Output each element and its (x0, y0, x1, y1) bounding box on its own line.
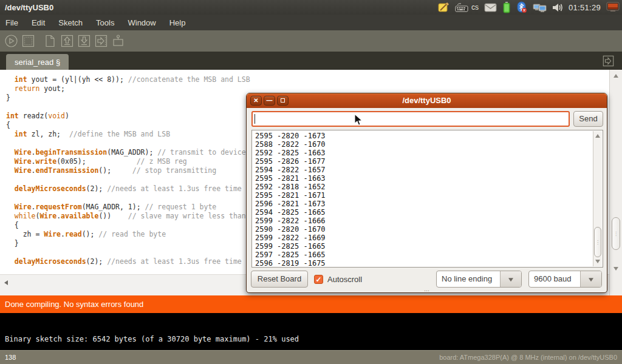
keyboard-layout-indicator[interactable]: cs (471, 3, 479, 12)
reset-board-button[interactable]: Reset Board (251, 271, 308, 288)
serial-input[interactable] (251, 111, 570, 127)
send-button[interactable]: Send (573, 111, 603, 127)
autoscroll-checkbox[interactable]: ✓ (314, 275, 323, 284)
keyboard-icon[interactable] (455, 2, 468, 12)
serial-output-lines: 2595 -2820 -1673 2588 -2822 -1670 2592 -… (252, 130, 603, 269)
serial-monitor-title: /dev/ttyUSB0 (247, 96, 607, 105)
status-message: Done compiling. No syntax errors found (5, 300, 143, 309)
save-icon[interactable] (77, 34, 91, 49)
tab-menu-icon[interactable] (602, 55, 615, 67)
editor-vertical-scrollbar[interactable]: ⋮ (609, 70, 622, 295)
serial-scrollbar-thumb[interactable]: ⋮ (594, 227, 601, 257)
scroll-down-icon[interactable] (613, 267, 618, 271)
bluetooth-icon[interactable] (516, 1, 527, 13)
serial-output-area[interactable]: 2595 -2820 -1673 2588 -2822 -1670 2592 -… (251, 130, 603, 268)
verify-icon[interactable] (4, 34, 18, 49)
ide-footer: 138 board: ATmega328P(A) @ 8 MHz (intern… (0, 350, 622, 364)
scroll-up-icon[interactable] (613, 74, 618, 78)
console-output: Binary sketch size: 6542 bytes (of a 307… (5, 335, 299, 343)
stop-icon[interactable] (21, 34, 35, 49)
menu-file[interactable]: File (5, 18, 18, 27)
top-panel: /dev/ttyUSB0 cs 01:51: (0, 0, 622, 15)
mouse-cursor (354, 113, 363, 129)
line-ending-value: No line ending (437, 271, 500, 287)
note-icon[interactable] (438, 2, 449, 13)
text-caret (255, 114, 255, 124)
volume-icon[interactable] (552, 2, 563, 13)
line-ending-select[interactable]: No line ending (436, 271, 522, 288)
baud-rate-value: 9600 baud (529, 271, 580, 287)
menu-window[interactable]: Window (128, 18, 156, 27)
toolbar (0, 30, 622, 52)
serial-scroll-down-icon[interactable] (595, 260, 600, 263)
serial-monitor-icon[interactable] (111, 34, 125, 49)
mail-icon[interactable] (484, 3, 497, 12)
chevron-down-icon[interactable] (580, 271, 601, 287)
chevron-down-icon[interactable] (500, 271, 521, 287)
serial-monitor-titlebar[interactable]: ✕ — /dev/ttyUSB0 (247, 93, 607, 108)
menu-help[interactable]: Help (169, 18, 186, 27)
power-icon[interactable] (606, 2, 620, 13)
autoscroll-label: Autoscroll (327, 275, 362, 284)
menubar: File Edit Sketch Tools Window Help (0, 15, 622, 30)
serial-monitor-window: ✕ — /dev/ttyUSB0 Send 2595 -2820 -1673 2… (246, 93, 607, 293)
board-info: board: ATmega328P(A) @ 8 MHz (internal) … (439, 354, 617, 361)
tabbar: serial_read § (0, 52, 622, 70)
arduino-ide-screen: /dev/ttyUSB0 cs 01:51: (0, 0, 622, 364)
clock[interactable]: 01:51:29 (569, 3, 601, 12)
tab-label: serial_read § (15, 58, 60, 67)
editor-scrollbar-thumb[interactable]: ⋮ (612, 217, 620, 250)
network-icon[interactable] (533, 2, 547, 13)
menu-edit[interactable]: Edit (32, 18, 45, 27)
baud-rate-select[interactable]: 9600 baud (528, 271, 602, 288)
cursor-line-number: 138 (5, 354, 16, 361)
new-sketch-icon[interactable] (43, 34, 57, 49)
window-title: /dev/ttyUSB0 (5, 3, 53, 12)
build-console: Binary sketch size: 6542 bytes (of a 307… (0, 313, 622, 350)
window-resize-grip[interactable]: ⋯ (424, 289, 429, 292)
menu-tools[interactable]: Tools (96, 18, 114, 27)
battery-icon[interactable] (502, 1, 511, 13)
tab-serial-read[interactable]: serial_read § (6, 54, 69, 70)
open-icon[interactable] (60, 34, 74, 49)
serial-scrollbar[interactable]: ⋮ (593, 131, 602, 266)
system-tray: cs 01:51:29 (438, 0, 620, 15)
scroll-left-icon[interactable] (4, 280, 8, 285)
compile-status-bar: Done compiling. No syntax errors found (0, 295, 622, 313)
serial-scroll-up-icon[interactable] (595, 134, 600, 138)
menu-sketch[interactable]: Sketch (58, 18, 83, 27)
upload-icon[interactable] (94, 34, 108, 49)
